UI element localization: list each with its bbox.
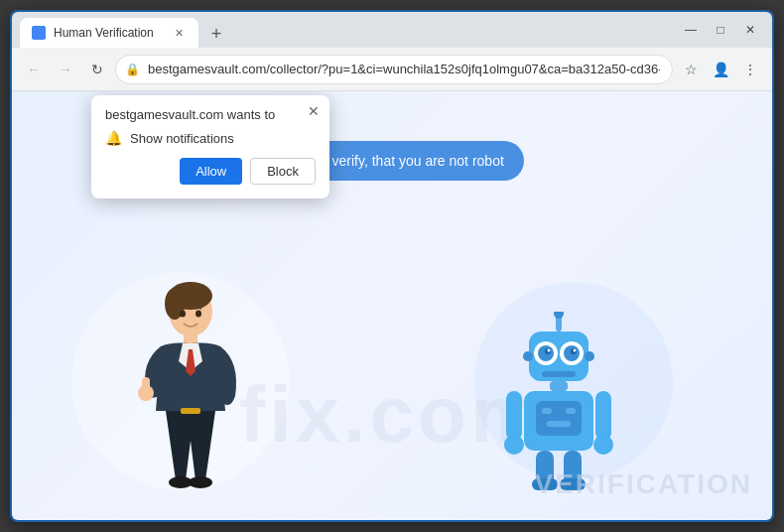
svg-point-30: [504, 435, 524, 455]
page-content: fix.com Press "Allow" to verify, that yo…: [12, 91, 772, 520]
new-tab-button[interactable]: +: [202, 20, 230, 48]
block-button[interactable]: Block: [250, 158, 316, 185]
robot-figure: [504, 312, 613, 490]
svg-rect-25: [536, 401, 582, 436]
svg-point-12: [554, 312, 564, 319]
profile-button[interactable]: 👤: [707, 56, 734, 83]
svg-point-9: [180, 311, 186, 318]
watermark-center: fix.com: [239, 369, 545, 461]
svg-point-37: [523, 351, 533, 361]
refresh-button[interactable]: ↻: [83, 56, 111, 83]
address-input[interactable]: [115, 55, 673, 84]
popup-notification-label: Show notifications: [130, 131, 234, 146]
svg-rect-28: [547, 421, 571, 427]
popup-title: bestgamesvault.com wants to: [105, 107, 316, 122]
title-bar: Human Verification ✕ + — □ ✕: [12, 12, 772, 48]
tab-title: Human Verification: [54, 26, 154, 40]
address-bar: ← → ↻ 🔒 ☆ 👤 ⋮: [12, 48, 772, 91]
allow-button[interactable]: Allow: [180, 158, 242, 185]
popup-buttons: Allow Block: [105, 158, 316, 185]
watermark-text: VERIFICATION: [535, 468, 752, 500]
svg-rect-8: [181, 408, 200, 414]
svg-rect-22: [542, 371, 576, 377]
svg-rect-29: [506, 391, 522, 441]
notification-popup: ✕ bestgamesvault.com wants to 🔔 Show not…: [91, 95, 329, 199]
address-actions: ☆ 👤 ⋮: [677, 56, 764, 83]
tab-favicon: [32, 26, 46, 40]
svg-point-21: [574, 349, 577, 352]
maximize-button[interactable]: □: [707, 16, 734, 44]
svg-point-20: [548, 349, 551, 352]
tab-container: Human Verification ✕ +: [20, 12, 230, 48]
bookmark-button[interactable]: ☆: [677, 56, 705, 83]
person-figure: [131, 282, 250, 500]
svg-rect-23: [550, 381, 568, 391]
close-button[interactable]: ✕: [736, 16, 764, 44]
address-wrapper: 🔒: [115, 55, 673, 84]
forward-button[interactable]: →: [52, 56, 79, 83]
window-controls: — □ ✕: [677, 16, 764, 44]
minimize-button[interactable]: —: [677, 16, 705, 44]
svg-rect-26: [542, 408, 552, 414]
back-button[interactable]: ←: [20, 56, 48, 83]
svg-point-7: [189, 476, 212, 488]
menu-button[interactable]: ⋮: [736, 56, 764, 83]
svg-rect-27: [566, 408, 576, 414]
svg-point-38: [585, 351, 594, 361]
tab-close-button[interactable]: ✕: [171, 25, 187, 41]
svg-point-10: [196, 311, 201, 318]
svg-rect-5: [142, 377, 150, 395]
svg-point-32: [593, 435, 613, 455]
active-tab[interactable]: Human Verification ✕: [20, 18, 198, 48]
popup-close-button[interactable]: ✕: [308, 103, 320, 119]
svg-rect-31: [595, 391, 611, 441]
svg-rect-3: [184, 333, 197, 343]
popup-notification-row: 🔔 Show notifications: [105, 130, 316, 146]
browser-window: Human Verification ✕ + — □ ✕ ← → ↻ 🔒 ☆ 👤…: [10, 10, 774, 522]
lock-icon: 🔒: [125, 63, 140, 76]
bell-icon: 🔔: [105, 130, 122, 146]
